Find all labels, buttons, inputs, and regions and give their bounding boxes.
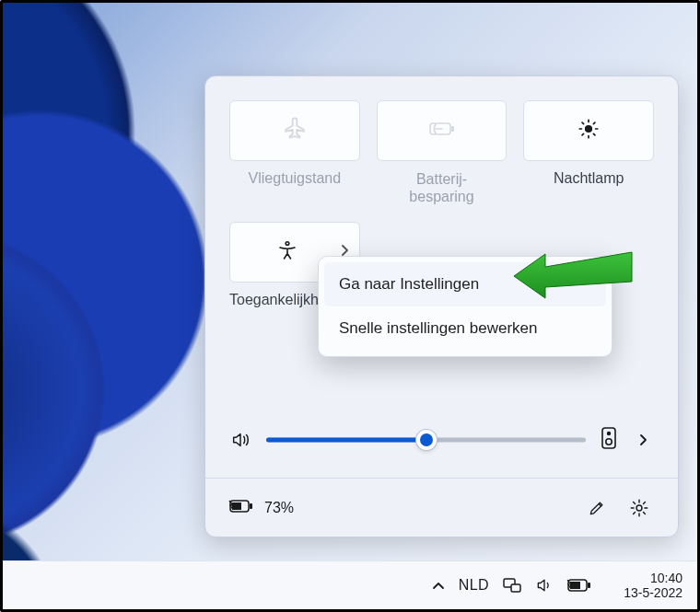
svg-rect-13 [511, 584, 520, 592]
network-icon[interactable] [502, 576, 522, 595]
tile-labels-row-1: Vliegtuigstand Batterij- besparing Nacht… [229, 170, 654, 205]
svg-point-5 [608, 433, 611, 435]
menu-item-edit-quick-settings[interactable]: Snelle instellingen bewerken [324, 306, 606, 351]
battery-saver-tile[interactable] [377, 100, 508, 161]
volume-row [205, 395, 678, 478]
gear-icon [629, 498, 649, 518]
tile-row-1 [229, 100, 654, 161]
audio-output-icon[interactable] [601, 426, 617, 454]
svg-rect-8 [250, 503, 252, 509]
volume-flyout-chevron-icon[interactable] [632, 429, 654, 451]
context-menu: Ga naar Instellingen Snelle instellingen… [318, 256, 612, 357]
night-light-tile[interactable] [523, 100, 654, 161]
svg-rect-1 [451, 126, 454, 132]
battery-percent-text: 73% [264, 500, 294, 516]
input-language-indicator[interactable]: NLD [459, 577, 490, 594]
clock-date: 13-5-2022 [624, 585, 682, 600]
airplane-mode-tile[interactable] [229, 100, 360, 161]
battery-saver-icon [426, 118, 458, 144]
edit-quick-settings-button[interactable] [580, 491, 613, 525]
battery-saver-label: Batterij- besparing [377, 170, 508, 205]
taskbar-clock[interactable]: 10:40 13-5-2022 [624, 571, 682, 600]
svg-point-3 [286, 242, 289, 246]
airplane-icon [282, 116, 308, 145]
svg-point-10 [636, 505, 642, 511]
night-light-icon [577, 117, 601, 144]
battery-tray-icon[interactable] [566, 577, 592, 594]
volume-tray-icon[interactable] [535, 576, 554, 595]
tray-overflow-chevron-icon[interactable] [431, 580, 446, 591]
system-tray: NLD 10:40 13-5-2022 [431, 571, 682, 600]
pencil-icon [588, 499, 606, 517]
svg-point-2 [586, 126, 592, 133]
svg-rect-16 [570, 582, 580, 589]
airplane-mode-label: Vliegtuigstand [229, 170, 360, 205]
slider-fill [266, 438, 426, 443]
open-settings-button[interactable] [623, 491, 656, 525]
svg-rect-15 [588, 583, 590, 588]
quick-settings-footer: 73% [205, 478, 678, 537]
accessibility-icon [276, 239, 298, 265]
night-light-label: Nachtlamp [523, 170, 654, 205]
volume-icon[interactable] [229, 429, 251, 451]
taskbar: NLD 10:40 13-5-2022 [3, 560, 697, 609]
svg-point-6 [606, 439, 612, 445]
svg-rect-9 [232, 502, 241, 510]
slider-thumb[interactable] [416, 430, 437, 450]
battery-charging-icon [228, 497, 255, 519]
menu-item-go-to-settings[interactable]: Ga naar Instellingen [324, 262, 606, 306]
volume-slider[interactable] [266, 429, 586, 451]
clock-time: 10:40 [624, 571, 682, 585]
